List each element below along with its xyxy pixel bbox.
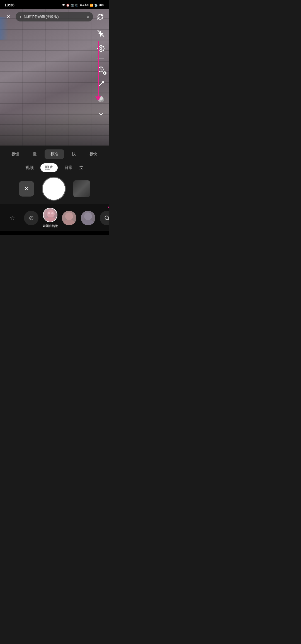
music-title: 我着了你的道(主歌版) [24,14,85,19]
speed-text: 13.1 k/s [79,4,89,6]
bottom-controls: 极慢 慢 标准 快 极快 视频 照片 日常 文 × [0,146,109,204]
mode-photo[interactable]: 照片 [40,163,58,172]
svg-point-13 [49,215,52,217]
home-button[interactable] [49,234,59,235]
filter-bar: ☆ ⊘ 素颜自然妆 [0,204,109,231]
status-time: 10:36 [4,3,14,7]
filter-favorites[interactable]: ☆ [4,214,20,222]
eye-icon: 👁 [62,4,65,7]
music-note-icon: ♪ [20,14,21,19]
mode-selector: 视频 照片 日常 文 [0,162,109,175]
vibrate-icon: 📳 [75,4,78,7]
camera-icon: 📷 [71,4,74,7]
star-icon: ☆ [9,214,15,222]
filter-thumb-1 [43,208,57,222]
filter-thumb-3 [81,211,95,225]
battery-text: 28% [99,4,104,7]
flash-button[interactable] [96,28,106,38]
svg-point-12 [51,212,54,214]
recent-apps-button[interactable] [80,234,90,235]
wifi-icon: 📶 [90,4,93,7]
mode-video[interactable]: 视频 [25,165,34,170]
speed-option-standard[interactable]: 标准 [45,149,64,159]
close-button[interactable]: × [3,12,13,22]
mode-daily[interactable]: 日常 [64,165,73,170]
search-arrow [108,204,109,210]
filter-label-1: 素颜自然妆 [43,224,58,228]
music-close-button[interactable]: × [87,14,89,19]
filter-item-1[interactable]: 素颜自然妆 [42,208,58,228]
expand-button[interactable] [96,109,106,119]
filter-thumb-2 [62,211,76,225]
timer-badge: 3 [103,71,106,75]
speed-option-very-fast[interactable]: 极快 [84,149,103,159]
svg-point-15 [63,220,75,225]
gallery-thumbnail[interactable] [73,180,90,197]
filter-item-2[interactable] [61,211,77,225]
signal-icon: 📡 [94,4,98,7]
status-bar: 10:36 👁 ⏰ 📷 📳 13.1 k/s 📶 📡 28% [0,0,109,9]
speed-option-fast[interactable]: 快 [64,149,84,159]
filter-none[interactable]: ⊘ [23,211,39,225]
refresh-button[interactable] [95,12,105,22]
svg-point-16 [84,212,92,220]
svg-point-14 [65,212,73,220]
svg-point-17 [82,220,94,225]
svg-point-10 [45,217,57,222]
svg-point-11 [48,212,50,214]
filter-search[interactable] [99,211,109,225]
shutter-row: × [0,175,109,204]
filter-search-button[interactable] [100,211,109,225]
shutter-button[interactable] [43,178,65,200]
music-pill[interactable]: ♪ 我着了你的道(主歌版) × [16,12,93,21]
top-bar: × ♪ 我着了你的道(主歌版) × [0,9,109,25]
nav-bar [0,231,109,235]
speed-option-very-slow[interactable]: 极慢 [6,149,25,159]
alarm-icon: ⏰ [66,4,69,7]
filter-none-icon: ⊘ [24,211,38,225]
speed-option-slow[interactable]: 慢 [25,149,45,159]
svg-line-19 [108,219,109,221]
camera-viewfinder: × ♪ 我着了你的道(主歌版) × [0,9,109,146]
mode-text[interactable]: 文 [79,165,84,170]
gallery-thumb-image [73,180,90,197]
speed-selector: 极慢 慢 标准 快 极快 [0,146,109,162]
pink-arrow [95,41,101,101]
status-icons: 👁 ⏰ 📷 📳 13.1 k/s 📶 📡 28% [62,4,104,7]
back-button[interactable] [19,234,29,235]
filter-item-3[interactable] [80,211,96,225]
cancel-button[interactable]: × [19,181,34,197]
svg-text:✦: ✦ [102,81,104,83]
